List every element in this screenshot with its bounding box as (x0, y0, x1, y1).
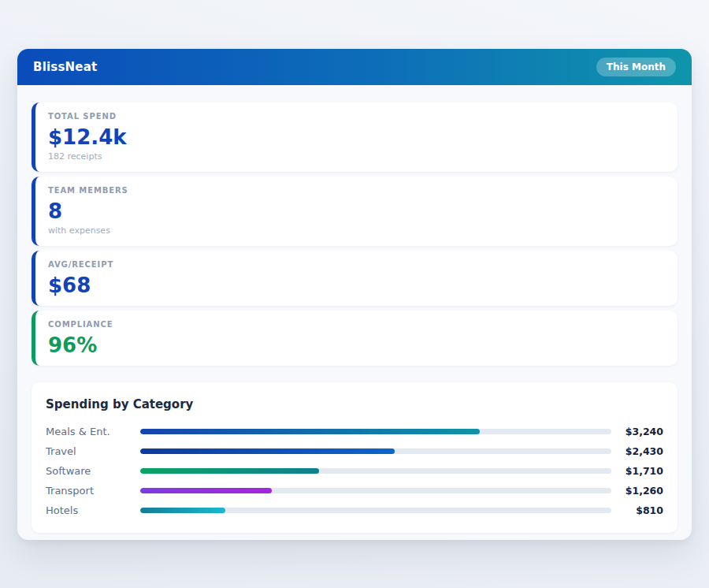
stat-card-total-spend: TOTAL SPEND $12.4k 182 receipts (32, 102, 677, 172)
bar-track (140, 448, 611, 454)
category-label: Meals & Ent. (46, 426, 140, 437)
stat-label: TOTAL SPEND (48, 112, 665, 121)
stat-card-team-members: TEAM MEMBERS 8 with expenses (32, 177, 677, 246)
bar-track (140, 508, 611, 513)
stat-value: 96% (48, 334, 665, 356)
chart-row: Hotels $810 (46, 501, 663, 520)
stat-sub: 182 receipts (48, 151, 665, 162)
stat-label: AVG/RECEIPT (48, 260, 665, 270)
app-container: BlissNeat This Month TOTAL SPEND $12.4k … (17, 49, 692, 540)
stat-value: $68 (48, 274, 665, 296)
amount-value: $1,260 (611, 485, 663, 497)
app-title: BlissNeat (33, 60, 97, 74)
bar-track (140, 468, 611, 474)
bar-fill (140, 429, 480, 434)
bar-track (140, 429, 611, 434)
stat-sub: with expenses (48, 225, 665, 236)
stat-value: $12.4k (48, 126, 665, 148)
stat-card-compliance: COMPLIANCE 96% (32, 311, 677, 366)
period-badge[interactable]: This Month (596, 58, 676, 76)
amount-value: $810 (611, 504, 663, 516)
stat-card-avg-receipt: AVG/RECEIPT $68 (32, 251, 677, 306)
category-label: Transport (46, 485, 140, 497)
bar-fill (140, 448, 395, 454)
spending-by-category-card: Spending by Category Meals & Ent. $3,240… (32, 382, 677, 533)
chart-row: Travel $2,430 (46, 441, 663, 461)
chart-title: Spending by Category (46, 398, 663, 411)
stat-value: 8 (48, 200, 665, 222)
chart-rows: Meals & Ent. $3,240 Travel $2,430 Softwa… (46, 422, 663, 520)
chart-row: Meals & Ent. $3,240 (46, 422, 663, 441)
amount-value: $1,710 (611, 465, 663, 477)
stat-label: TEAM MEMBERS (48, 186, 665, 195)
amount-value: $3,240 (611, 426, 663, 437)
category-label: Hotels (46, 504, 140, 516)
app-header: BlissNeat This Month (17, 49, 692, 85)
chart-row: Software $1,710 (46, 461, 663, 481)
bar-fill (140, 488, 272, 493)
category-label: Travel (46, 445, 140, 457)
chart-row: Transport $1,260 (46, 481, 663, 501)
bar-track (140, 488, 611, 493)
main-content: TOTAL SPEND $12.4k 182 receipts TEAM MEM… (17, 85, 692, 540)
stat-label: COMPLIANCE (48, 320, 665, 329)
bar-fill (140, 508, 225, 513)
bar-fill (140, 468, 319, 474)
amount-value: $2,430 (611, 445, 663, 457)
category-label: Software (46, 465, 140, 477)
